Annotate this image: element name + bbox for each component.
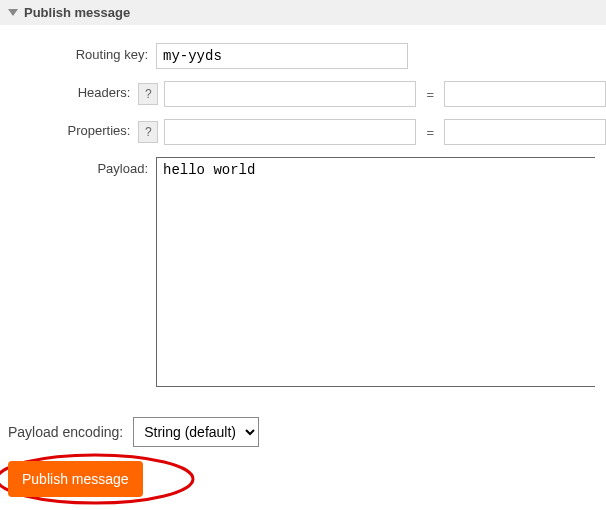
row-payload: Payload: hello world <box>8 157 606 387</box>
properties-label: Properties: <box>8 119 138 138</box>
row-payload-encoding: Payload encoding: String (default) <box>8 417 606 447</box>
row-routing-key: Routing key: <box>8 43 606 69</box>
button-row: Publish message <box>8 461 606 510</box>
headers-label: Headers: <box>8 81 138 100</box>
equals-sign: = <box>422 125 438 140</box>
headers-value-input[interactable] <box>444 81 606 107</box>
equals-sign: = <box>422 87 438 102</box>
routing-key-input[interactable] <box>156 43 408 69</box>
chevron-down-icon <box>8 9 18 16</box>
payload-encoding-select[interactable]: String (default) <box>133 417 259 447</box>
publish-form: Routing key: Headers: ? = Properties: ? … <box>0 25 606 407</box>
headers-key-input[interactable] <box>164 81 416 107</box>
section-title: Publish message <box>24 5 130 20</box>
properties-value-input[interactable] <box>444 119 606 145</box>
publish-message-button[interactable]: Publish message <box>8 461 143 497</box>
section-header[interactable]: Publish message <box>0 0 606 25</box>
payload-label: Payload: <box>8 157 156 176</box>
payload-textarea[interactable]: hello world <box>156 157 595 387</box>
payload-encoding-label: Payload encoding: <box>8 424 123 440</box>
routing-key-label: Routing key: <box>8 43 156 62</box>
properties-help-icon[interactable]: ? <box>138 121 158 143</box>
headers-help-icon[interactable]: ? <box>138 83 158 105</box>
row-properties: Properties: ? = <box>8 119 606 145</box>
row-headers: Headers: ? = <box>8 81 606 107</box>
properties-key-input[interactable] <box>164 119 416 145</box>
